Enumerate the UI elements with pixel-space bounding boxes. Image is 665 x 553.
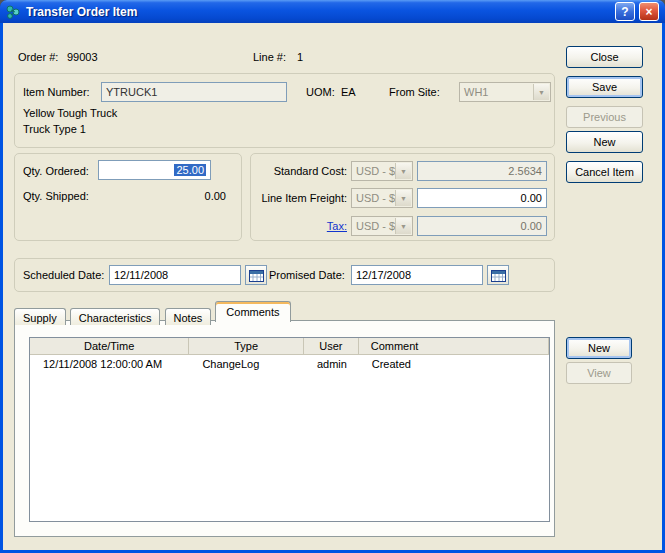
- calendar-icon: [491, 269, 506, 282]
- line-number-label: Line #:: [253, 51, 286, 63]
- new-button[interactable]: New: [566, 131, 643, 153]
- chevron-down-icon: ▼: [395, 163, 411, 179]
- qty-ordered-label: Qty. Ordered:: [23, 165, 89, 177]
- column-header-type[interactable]: Type: [189, 338, 304, 354]
- order-number-value: 99003: [67, 51, 98, 63]
- cell-user: admin: [304, 358, 359, 370]
- promised-date-calendar-button[interactable]: [487, 265, 509, 285]
- table-row[interactable]: 12/11/2008 12:00:00 AM ChangeLog admin C…: [30, 355, 549, 372]
- chevron-down-icon: ▼: [395, 218, 411, 234]
- cancel-item-button[interactable]: Cancel Item: [566, 161, 643, 183]
- item-description-line2: Truck Type 1: [23, 123, 86, 135]
- line-item-freight-label: Line Item Freight:: [255, 192, 347, 204]
- standard-cost-label: Standard Cost:: [255, 165, 347, 177]
- scheduled-date-calendar-button[interactable]: [245, 265, 267, 285]
- quantity-groupbox: Qty. Ordered: 25.00 Qty. Shipped: 0.00: [14, 153, 242, 241]
- qty-shipped-value: 0.00: [98, 190, 226, 202]
- scheduled-date-label: Scheduled Date:: [23, 269, 104, 281]
- app-icon: [5, 4, 21, 20]
- from-site-select[interactable]: WH1 ▼: [459, 82, 551, 102]
- standard-cost-currency-value: USD - $: [356, 165, 395, 177]
- item-description-line1: Yellow Tough Truck: [23, 107, 117, 119]
- comments-tab-panel: Date/Time Type User Comment 12/11/2008 1…: [14, 320, 555, 537]
- item-groupbox: Item Number: UOM: EA From Site: WH1 ▼ Ye…: [14, 73, 555, 148]
- calendar-icon: [249, 269, 264, 282]
- standard-cost-currency-select: USD - $ ▼: [351, 161, 413, 181]
- uom-label: UOM:: [306, 86, 335, 98]
- cell-datetime: 12/11/2008 12:00:00 AM: [30, 358, 189, 370]
- column-header-user[interactable]: User: [304, 338, 359, 354]
- tab-comments[interactable]: Comments: [215, 301, 290, 322]
- comments-table[interactable]: Date/Time Type User Comment 12/11/2008 1…: [29, 337, 550, 522]
- line-number-value: 1: [297, 51, 303, 63]
- detail-tabs: Supply Characteristics Notes Comments: [14, 301, 292, 321]
- cell-type: ChangeLog: [189, 358, 304, 370]
- tax-currency-value: USD - $: [356, 220, 395, 232]
- dialog-body: Order #: 99003 Line #: 1 Item Number: UO…: [3, 23, 662, 550]
- cell-comment: Created: [359, 358, 549, 370]
- promised-date-label: Promised Date:: [269, 269, 345, 281]
- line-item-freight-input[interactable]: [417, 188, 547, 208]
- qty-ordered-input[interactable]: 25.00: [98, 160, 211, 180]
- freight-currency-select: USD - $ ▼: [351, 188, 413, 208]
- column-header-datetime[interactable]: Date/Time: [30, 338, 189, 354]
- comment-new-button[interactable]: New: [566, 337, 632, 359]
- save-button[interactable]: Save: [566, 76, 643, 98]
- qty-ordered-value: 25.00: [174, 164, 206, 176]
- tab-notes[interactable]: Notes: [165, 308, 212, 325]
- standard-cost-field: [417, 161, 547, 181]
- qty-shipped-label: Qty. Shipped:: [23, 190, 89, 202]
- close-button[interactable]: Close: [566, 46, 643, 68]
- window-title: Transfer Order Item: [26, 5, 137, 19]
- from-site-value: WH1: [464, 86, 488, 98]
- scheduled-date-input[interactable]: [109, 265, 241, 285]
- item-number-label: Item Number:: [23, 86, 90, 98]
- tax-link[interactable]: Tax:: [255, 220, 347, 232]
- dates-groupbox: Scheduled Date: Promised Date:: [14, 258, 555, 292]
- help-icon[interactable]: ?: [615, 2, 635, 21]
- previous-button: Previous: [566, 106, 643, 128]
- tab-supply[interactable]: Supply: [14, 308, 66, 325]
- order-number-label: Order #:: [18, 51, 58, 63]
- column-header-comment[interactable]: Comment: [359, 338, 549, 354]
- tab-characteristics[interactable]: Characteristics: [70, 308, 161, 325]
- promised-date-input[interactable]: [351, 265, 483, 285]
- from-site-label: From Site:: [389, 86, 440, 98]
- title-bar[interactable]: Transfer Order Item ? ×: [0, 0, 665, 23]
- cost-groupbox: Standard Cost: USD - $ ▼ Line Item Freig…: [250, 153, 555, 241]
- chevron-down-icon: ▼: [533, 84, 549, 100]
- chevron-down-icon: ▼: [395, 190, 411, 206]
- tax-field: [417, 216, 547, 236]
- comment-view-button: View: [566, 362, 632, 384]
- close-icon[interactable]: ×: [639, 2, 659, 21]
- tax-currency-select: USD - $ ▼: [351, 216, 413, 236]
- comments-table-header: Date/Time Type User Comment: [30, 338, 549, 355]
- item-number-field[interactable]: [101, 82, 287, 102]
- transfer-order-item-dialog: Transfer Order Item ? × Order #: 99003 L…: [0, 0, 665, 553]
- uom-value: EA: [341, 86, 356, 98]
- freight-currency-value: USD - $: [356, 192, 395, 204]
